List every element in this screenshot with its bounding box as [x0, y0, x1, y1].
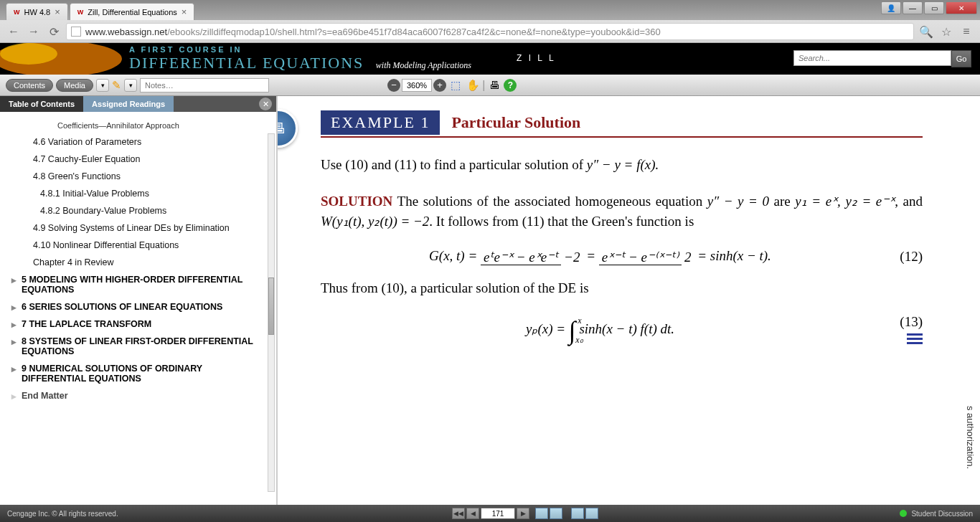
- view-mode-1[interactable]: [535, 508, 548, 519]
- view-mode-4[interactable]: [585, 508, 598, 519]
- user-button[interactable]: 👤: [881, 1, 901, 14]
- example-header: EXAMPLE 1 Particular Solution: [321, 110, 923, 138]
- text: are: [769, 194, 795, 209]
- page-input[interactable]: [481, 508, 515, 519]
- paragraph-1: Use (10) and (11) to find a particular s…: [321, 155, 923, 176]
- star-icon[interactable]: ☆: [938, 24, 954, 39]
- select-icon[interactable]: ⬚: [448, 77, 463, 93]
- reader-pane: 🖶 EXAMPLE 1 Particular Solution Use (10)…: [276, 96, 980, 505]
- main-area: ✕ Table of Contents Assigned Readings Co…: [0, 96, 980, 505]
- book-title: DIFFERENTIAL EQUATIONS: [129, 54, 364, 72]
- hand-icon[interactable]: ✋: [465, 77, 481, 93]
- text: yₚ(x) =: [526, 321, 569, 336]
- toc-chapter[interactable]: 8 SYSTEMS OF LINEAR FIRST-ORDER DIFFEREN…: [0, 333, 276, 360]
- paragraph-2: SOLUTION The solutions of the associated…: [321, 191, 923, 232]
- equation-13: yₚ(x) = ∫xx₀ sinh(x − t) f(t) dt. (13): [321, 314, 923, 346]
- notes-input[interactable]: [140, 78, 269, 92]
- search-input[interactable]: [793, 50, 951, 66]
- toc-item[interactable]: 4.10 Nonlinear Differential Equations: [0, 237, 276, 254]
- toc-chapter[interactable]: 7 THE LAPLACE TRANSFORM: [0, 315, 276, 333]
- tab-toc[interactable]: Table of Contents: [0, 96, 83, 112]
- back-button[interactable]: ←: [6, 24, 22, 39]
- numerator: eˣ⁻ᵗ − e⁻⁽ˣ⁻ᵗ⁾: [599, 250, 682, 265]
- view-mode-2[interactable]: [550, 508, 562, 519]
- view-mode-buttons: [535, 508, 598, 519]
- dropdown-button[interactable]: ▾: [96, 79, 109, 92]
- menu-icon[interactable]: ≡: [958, 24, 974, 39]
- media-button[interactable]: Media: [56, 79, 93, 92]
- toc-item[interactable]: 4.8.2 Boundary-Value Problems: [0, 202, 276, 219]
- maximize-button[interactable]: ▭: [924, 1, 944, 14]
- url-path: /ebooks/zilldiffeqmodap10/shell.html?s=e…: [167, 27, 661, 37]
- close-icon[interactable]: ×: [55, 6, 60, 17]
- tab-title: HW 4.8: [24, 8, 51, 16]
- highlight-icon[interactable]: ✎: [112, 79, 121, 92]
- print-icon[interactable]: 🖶: [486, 77, 502, 93]
- menu-icon[interactable]: [907, 331, 923, 346]
- equation-body: G(x, t) = eᵗe⁻ˣ − eˣe⁻ᵗ−2 = eˣ⁻ᵗ − e⁻⁽ˣ⁻…: [321, 248, 880, 265]
- toc-end-matter[interactable]: End Matter: [0, 387, 276, 404]
- toc-item[interactable]: 4.7 Cauchy-Euler Equation: [0, 151, 276, 168]
- view-mode-3[interactable]: [571, 508, 584, 519]
- zoom-out-button[interactable]: −: [387, 79, 400, 92]
- zoom-icon[interactable]: 🔍: [918, 24, 934, 39]
- contents-button[interactable]: Contents: [6, 79, 53, 92]
- url-input[interactable]: www.webassign.net/ebooks/zilldiffeqmodap…: [66, 23, 914, 40]
- prev-page-button[interactable]: ◀: [466, 508, 479, 519]
- integral-icon: ∫xx₀: [569, 315, 576, 346]
- address-bar: ← → ⟳ www.webassign.net/ebooks/zilldiffe…: [0, 20, 980, 43]
- toc-chapter[interactable]: 5 MODELING WITH HIGHER-ORDER DIFFERENTIA…: [0, 271, 276, 298]
- toc-item[interactable]: 4.6 Variation of Parameters: [0, 133, 276, 151]
- page-navigation: ◀◀ ◀ ▶: [452, 508, 598, 519]
- zoom-in-button[interactable]: +: [433, 79, 446, 92]
- divider: |: [482, 79, 485, 92]
- scrollbar[interactable]: [268, 133, 275, 492]
- toc-chapter[interactable]: 6 SERIES SOLUTIONS OF LINEAR EQUATIONS: [0, 298, 276, 315]
- tab-hw48[interactable]: W HW 4.8 ×: [6, 3, 68, 20]
- reload-button[interactable]: ⟳: [46, 24, 62, 39]
- toc-item[interactable]: 4.8.1 Initial-Value Problems: [0, 185, 276, 202]
- sidebar: ✕ Table of Contents Assigned Readings Co…: [0, 96, 276, 505]
- forward-button[interactable]: →: [26, 24, 42, 39]
- scrollbar-thumb[interactable]: [268, 277, 274, 335]
- equation-body: yₚ(x) = ∫xx₀ sinh(x − t) f(t) dt.: [321, 315, 880, 346]
- close-sidebar-button[interactable]: ✕: [259, 98, 272, 110]
- dropdown-button-2[interactable]: ▾: [124, 79, 137, 92]
- next-page-button[interactable]: ▶: [517, 508, 529, 519]
- toc-item[interactable]: 4.9 Solving Systems of Linear DEs by Eli…: [0, 219, 276, 237]
- toc-item[interactable]: Chapter 4 in Review: [0, 254, 276, 271]
- close-icon[interactable]: ×: [182, 6, 187, 17]
- student-discussion-button[interactable]: Student Discussion: [900, 510, 973, 518]
- equation-number: (12): [880, 249, 923, 265]
- lower-limit: x₀: [575, 335, 583, 346]
- toc-item[interactable]: 4.8 Green's Functions: [0, 168, 276, 185]
- watermark-text: s authorization.: [965, 406, 976, 469]
- equation-number: (13): [880, 314, 923, 346]
- footer: Cengage Inc. © All rights reserved. ◀◀ ◀…: [0, 505, 980, 522]
- equation-12: G(x, t) = eᵗe⁻ˣ − eˣe⁻ᵗ−2 = eˣ⁻ᵗ − e⁻⁽ˣ⁻…: [321, 248, 923, 265]
- toolbar: Contents Media ▾ ✎ ▾ − 360% + ⬚ ✋ | 🖶 ?: [0, 75, 980, 96]
- first-page-button[interactable]: ◀◀: [452, 508, 465, 519]
- tab-zill[interactable]: W Zill, Differential Equations ×: [70, 3, 195, 20]
- browser-chrome: W HW 4.8 × W Zill, Differential Equation…: [0, 0, 980, 43]
- help-icon[interactable]: ?: [504, 79, 517, 92]
- url-host: www.webassign.net: [85, 27, 167, 37]
- toc-chapter[interactable]: 9 NUMERICAL SOLUTIONS OF ORDINARY DIFFER…: [0, 360, 276, 387]
- book-subtitle: with Modeling Applications: [376, 60, 471, 70]
- tab-assigned[interactable]: Assigned Readings: [83, 96, 174, 112]
- toc-item[interactable]: Coefficients—Annihilator Approach: [0, 118, 276, 133]
- tab-title: Zill, Differential Equations: [88, 8, 177, 16]
- go-button[interactable]: Go: [951, 50, 971, 67]
- content: EXAMPLE 1 Particular Solution Use (10) a…: [278, 96, 980, 374]
- math: y″ − y = f(x).: [587, 157, 659, 172]
- tab-favicon: W: [77, 9, 84, 16]
- minimize-button[interactable]: —: [903, 1, 923, 14]
- close-button[interactable]: ✕: [946, 1, 977, 14]
- math: W(y₁(t), y₂(t)) = −2: [321, 214, 429, 229]
- denominator: −2: [561, 250, 583, 265]
- spacer: [564, 508, 570, 519]
- text: =: [586, 248, 599, 263]
- zoom-control: − 360% + ⬚ ✋ | 🖶 ?: [387, 77, 517, 93]
- page-icon: [71, 27, 81, 37]
- denominator: 2: [682, 250, 694, 265]
